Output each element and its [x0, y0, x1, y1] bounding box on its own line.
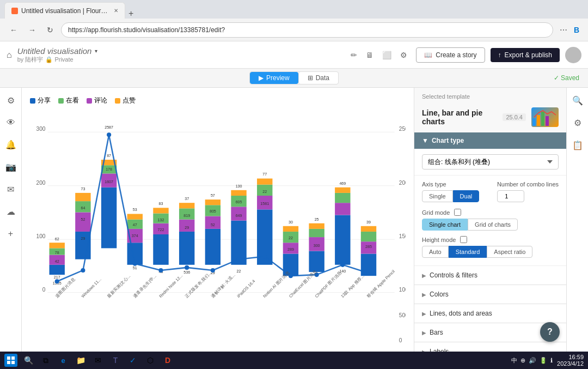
- svg-text:1581: 1581: [260, 202, 269, 206]
- taskbar-explorer[interactable]: 📁: [74, 354, 87, 367]
- grid-of-charts-btn[interactable]: Grid of charts: [468, 219, 518, 231]
- home-icon[interactable]: ⌂: [7, 50, 12, 60]
- grid-mode-section: Grid mode Single chart Grid of charts: [422, 209, 559, 231]
- svg-rect-26: [75, 193, 90, 201]
- svg-text:130: 130: [236, 184, 242, 189]
- sidebar-icon-3[interactable]: 🔔: [3, 137, 19, 152]
- options-grid: Axis type Single Dual Number of combo li…: [414, 176, 566, 266]
- header-toolbar: ✏ 🖥 ⬜ ⚙: [347, 50, 411, 61]
- preview-label: Preview: [266, 74, 290, 82]
- svg-text:37: 37: [185, 197, 189, 201]
- height-mode-label: Height mode: [422, 237, 456, 243]
- svg-text:2587: 2587: [105, 125, 113, 130]
- chart-type-section-header[interactable]: ▼ Chart type: [414, 132, 566, 149]
- taskbar-edge[interactable]: e: [57, 354, 70, 367]
- svg-point-119: [262, 255, 267, 259]
- svg-rect-42: [127, 214, 143, 219]
- forward-button[interactable]: →: [25, 25, 39, 35]
- svg-rect-102: [335, 187, 350, 193]
- close-tab-btn[interactable]: ✕: [114, 8, 118, 14]
- svg-text:2000: 2000: [399, 180, 406, 186]
- single-chart-btn[interactable]: Single chart: [422, 219, 468, 231]
- svg-text:Notion AI 图片消息: Notion AI 图片消息: [262, 270, 290, 299]
- height-aspect-ratio-btn[interactable]: Aspect ratio: [487, 246, 532, 258]
- number-combo-input[interactable]: [497, 190, 524, 202]
- user-avatar[interactable]: [565, 47, 581, 63]
- taskbar-task-view[interactable]: ⧉: [39, 354, 52, 367]
- sidebar-icon-6[interactable]: ☁: [4, 204, 17, 219]
- svg-rect-107: [361, 232, 376, 241]
- right-action-icon-3[interactable]: 📋: [570, 138, 585, 153]
- lines-dots-header[interactable]: ▶ Lines, dots and areas: [414, 304, 566, 323]
- svg-text:47: 47: [133, 223, 137, 227]
- axis-dual-btn[interactable]: Dual: [453, 190, 480, 202]
- settings-tool-btn[interactable]: ⚙: [397, 50, 411, 61]
- height-mode-label-row: Height mode: [422, 236, 559, 243]
- height-auto-btn[interactable]: Auto: [422, 246, 449, 258]
- colors-header[interactable]: ▶ Colors: [414, 285, 566, 304]
- chart-legend: 分享 在看 评论 点赞: [30, 96, 406, 105]
- new-tab-button[interactable]: +: [125, 9, 137, 19]
- axis-single-btn[interactable]: Single: [422, 190, 453, 202]
- legend-item-1: 在看: [58, 96, 79, 105]
- taskbar-date: 2023/4/12: [557, 360, 584, 367]
- refresh-button[interactable]: ↻: [44, 25, 57, 35]
- svg-text:0: 0: [399, 337, 402, 343]
- svg-rect-95: [309, 229, 324, 237]
- svg-rect-137: [532, 118, 536, 126]
- sidebar-icon-5[interactable]: ✉: [5, 182, 16, 197]
- taskbar-app1[interactable]: ⬡: [144, 354, 157, 367]
- copy-tool-btn[interactable]: ⬜: [379, 50, 395, 61]
- combo-type-select[interactable]: 组合: 线条和列 (堆叠): [422, 154, 559, 170]
- help-button[interactable]: ?: [540, 322, 560, 342]
- url-input[interactable]: [61, 22, 553, 38]
- back-button[interactable]: ←: [7, 25, 21, 35]
- export-publish-button[interactable]: ↑ Export & publish: [491, 48, 560, 62]
- create-story-label: Create a story: [436, 51, 476, 59]
- view-tab-group: ▶ Preview ⊞ Data: [249, 71, 339, 84]
- sidebar-icon-4[interactable]: 📷: [3, 160, 19, 174]
- svg-point-116: [185, 265, 189, 270]
- right-action-icon-2[interactable]: ⚙: [572, 116, 584, 130]
- extensions-btn[interactable]: ⋯: [558, 25, 569, 35]
- taskbar-check[interactable]: ✓: [126, 354, 139, 367]
- svg-text:64: 64: [81, 206, 85, 210]
- svg-text:30: 30: [289, 220, 293, 225]
- svg-rect-66: [205, 199, 220, 205]
- svg-point-117: [211, 268, 215, 273]
- svg-text:469: 469: [339, 182, 346, 186]
- create-story-button[interactable]: 📖 Create a story: [416, 47, 485, 63]
- svg-rect-93: [309, 251, 324, 272]
- active-tab[interactable]: Untitled visualisation | Flourish ✕: [4, 2, 125, 19]
- sidebar-icon-2[interactable]: 👁: [4, 116, 17, 130]
- controls-filters-header[interactable]: ▶ Controls & filters: [414, 266, 566, 285]
- monitor-tool-btn[interactable]: 🖥: [363, 50, 377, 61]
- taskbar-mail[interactable]: ✉: [91, 354, 105, 367]
- title-dropdown-arrow[interactable]: ▾: [95, 48, 97, 54]
- svg-text:52: 52: [81, 217, 85, 222]
- svg-text:300: 300: [36, 126, 46, 132]
- svg-text:Redmi Note 12...: Redmi Note 12...: [158, 273, 184, 299]
- svg-rect-17: [50, 243, 65, 248]
- sidebar-add-icon[interactable]: +: [6, 227, 15, 241]
- height-standard-btn[interactable]: Standard: [449, 246, 487, 258]
- export-icon: ↑: [498, 51, 501, 59]
- bing-btn[interactable]: B: [572, 25, 581, 35]
- grid-mode-checkbox[interactable]: [454, 209, 461, 216]
- taskbar-app2[interactable]: D: [161, 354, 174, 367]
- legend-color-1: [58, 98, 64, 104]
- number-combo-input-group: [497, 190, 559, 202]
- start-button[interactable]: [4, 354, 17, 367]
- preview-tab[interactable]: ▶ Preview: [250, 72, 298, 84]
- sidebar-icon-1[interactable]: ⚙: [5, 93, 17, 108]
- taskbar-teams[interactable]: T: [109, 354, 122, 367]
- edit-tool-btn[interactable]: ✏: [347, 50, 360, 61]
- data-tab[interactable]: ⊞ Data: [298, 72, 338, 84]
- lines-dots-label: Lines, dots and areas: [430, 310, 492, 317]
- height-mode-checkbox[interactable]: [460, 236, 467, 243]
- svg-text:25: 25: [315, 217, 319, 222]
- svg-text:217: 217: [54, 275, 60, 280]
- taskbar-search[interactable]: 🔍: [22, 354, 35, 367]
- svg-text:0: 0: [42, 287, 46, 293]
- right-action-icon-1[interactable]: 🔍: [570, 93, 585, 108]
